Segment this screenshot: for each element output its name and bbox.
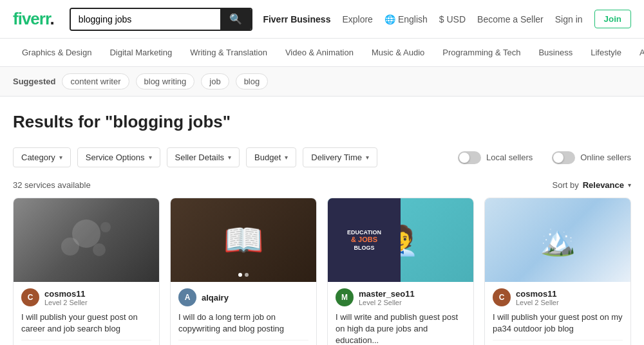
chevron-down-icon: ▾ xyxy=(59,154,62,161)
fiverr-logo: fiverr. xyxy=(13,9,54,29)
search-icon: 🔍 xyxy=(229,14,242,24)
cat-digital-marketing[interactable]: Digital Marketing xyxy=(100,39,181,67)
local-sellers-toggle-group: Local sellers xyxy=(458,151,533,164)
join-button[interactable]: Join xyxy=(594,10,631,28)
cat-ai-services[interactable]: AI Services NEW xyxy=(630,39,644,67)
search-input[interactable]: blogging jobs xyxy=(71,9,221,30)
cat-business[interactable]: Business xyxy=(529,39,582,67)
card-2-image: 📖 xyxy=(171,198,316,282)
card-1[interactable]: C cosmos11 Level 2 Seller I will publish… xyxy=(13,198,160,345)
local-sellers-toggle[interactable] xyxy=(458,151,481,164)
tag-job[interactable]: job xyxy=(201,73,229,89)
sort-value[interactable]: Relevance xyxy=(583,180,624,190)
card-title-1: I will publish your guest post on career… xyxy=(21,312,151,335)
currency-selector[interactable]: $ USD xyxy=(439,14,466,24)
tag-blog[interactable]: blog xyxy=(236,73,269,89)
become-seller-link[interactable]: Become a Seller xyxy=(477,14,544,24)
svg-point-2 xyxy=(93,243,106,256)
online-sellers-label: Online sellers xyxy=(580,153,631,162)
sign-in-link[interactable]: Sign in xyxy=(555,14,583,24)
explore-link[interactable]: Explore xyxy=(342,14,372,24)
seller-name-1: cosmos11 xyxy=(44,289,88,299)
cat-music-audio[interactable]: Music & Audio xyxy=(363,39,433,67)
card-4-image: 🏔️ xyxy=(485,198,630,282)
card-title-2: I will do a long term job on copywriting… xyxy=(178,312,308,335)
tag-blog-writing[interactable]: blog writing xyxy=(136,73,195,89)
card-1-image xyxy=(14,198,159,282)
seller-name-2: alqairy xyxy=(202,293,229,303)
language-selector[interactable]: 🌐 English xyxy=(384,14,428,24)
cat-video-animation[interactable]: Video & Animation xyxy=(276,39,363,67)
sort-controls: Sort by Relevance ▾ xyxy=(552,180,631,190)
online-sellers-toggle[interactable] xyxy=(552,151,575,164)
avatar-1: C xyxy=(21,288,39,306)
cat-writing-translation[interactable]: Writing & Translation xyxy=(181,39,276,67)
category-nav: Graphics & Design Digital Marketing Writ… xyxy=(0,39,644,67)
avatar-3: M xyxy=(336,288,354,306)
seller-level-3: Level 2 Seller xyxy=(359,299,415,306)
suggested-label: Suggested xyxy=(13,77,55,86)
cards-grid: C cosmos11 Level 2 Seller I will publish… xyxy=(0,198,644,345)
seller-info-2: A alqairy xyxy=(178,288,308,306)
seller-info-4: C cosmos11 Level 2 Seller xyxy=(493,288,623,306)
chevron-down-icon: ▾ xyxy=(366,154,369,161)
card-3[interactable]: EDUCATION & JOBS BLOGS 🧑‍💼 M master_seo1… xyxy=(327,198,474,345)
card-title-4: I will publish your guest post on my pa3… xyxy=(493,312,623,335)
cat-graphics-design[interactable]: Graphics & Design xyxy=(13,39,100,67)
card-4-body: C cosmos11 Level 2 Seller I will publish… xyxy=(485,282,630,345)
chevron-down-icon: ▾ xyxy=(285,154,288,161)
budget-filter[interactable]: Budget ▾ xyxy=(246,147,296,167)
chevron-down-icon: ▾ xyxy=(228,154,231,161)
fiverr-business-link[interactable]: Fiverr Business xyxy=(263,14,330,24)
card-footer-2: ♡ STARTING AT $5 xyxy=(178,340,308,345)
card-title-3: I will write and publish guest post on h… xyxy=(336,312,466,345)
category-filter[interactable]: Category ▾ xyxy=(13,147,71,167)
avatar-2: A xyxy=(178,288,196,306)
card-1-body: C cosmos11 Level 2 Seller I will publish… xyxy=(14,282,159,345)
sort-by-label: Sort by xyxy=(552,180,578,190)
sort-chevron-icon: ▾ xyxy=(628,182,631,189)
online-sellers-toggle-group: Online sellers xyxy=(552,151,631,164)
svg-point-3 xyxy=(100,222,111,232)
seller-level-1: Level 2 Seller xyxy=(44,299,88,306)
cat-programming-tech[interactable]: Programming & Tech xyxy=(433,39,529,67)
seller-info-3: M master_seo11 Level 2 Seller xyxy=(336,288,466,306)
local-sellers-label: Local sellers xyxy=(486,153,533,162)
services-count: 32 services available xyxy=(13,180,91,190)
delivery-time-filter[interactable]: Delivery Time ▾ xyxy=(303,147,377,167)
header: fiverr. blogging jobs 🔍 Fiverr Business … xyxy=(0,0,644,39)
results-header: Results for "blogging jobs" xyxy=(0,97,644,142)
globe-icon: 🌐 xyxy=(384,14,395,24)
outdoor-icon: 🏔️ xyxy=(540,223,576,257)
seller-name-3: master_seo11 xyxy=(359,289,415,299)
seller-level-4: Level 2 Seller xyxy=(516,299,559,306)
card-2-body: A alqairy I will do a long term job on c… xyxy=(171,282,316,345)
carousel-dots xyxy=(238,273,249,277)
seller-name-4: cosmos11 xyxy=(516,289,559,299)
card-footer-4: ♡ ★ 5.0 (39) STARTING AT $35 xyxy=(493,340,623,345)
card-3-image: EDUCATION & JOBS BLOGS 🧑‍💼 xyxy=(328,198,473,282)
card-2[interactable]: 📖 A alqairy I will do a long term job on… xyxy=(170,198,317,345)
filters-bar: Category ▾ Service Options ▾ Seller Deta… xyxy=(0,142,644,178)
svg-point-1 xyxy=(61,238,79,256)
search-bar: blogging jobs 🔍 xyxy=(70,8,253,31)
card-4[interactable]: 🏔️ C cosmos11 Level 2 Seller I will publ… xyxy=(484,198,631,345)
card-footer-1: ♡ ★ 5.0 (21) STARTING AT $40 xyxy=(21,340,151,345)
tag-content-writer[interactable]: content writer xyxy=(62,73,129,89)
search-button[interactable]: 🔍 xyxy=(220,9,251,30)
results-title: Results for "blogging jobs" xyxy=(13,112,631,132)
cat-lifestyle[interactable]: Lifestyle xyxy=(582,39,630,67)
service-options-filter[interactable]: Service Options ▾ xyxy=(77,147,160,167)
avatar-4: C xyxy=(493,288,511,306)
chevron-down-icon: ▾ xyxy=(149,154,152,161)
seller-info-1: C cosmos11 Level 2 Seller xyxy=(21,288,151,306)
nav-links: Fiverr Business Explore 🌐 English $ USD … xyxy=(263,10,631,28)
seller-details-filter[interactable]: Seller Details ▾ xyxy=(167,147,240,167)
suggested-tags-bar: Suggested content writer blog writing jo… xyxy=(0,67,644,97)
sort-bar: 32 services available Sort by Relevance … xyxy=(0,178,644,198)
card-3-body: M master_seo11 Level 2 Seller I will wri… xyxy=(328,282,473,345)
